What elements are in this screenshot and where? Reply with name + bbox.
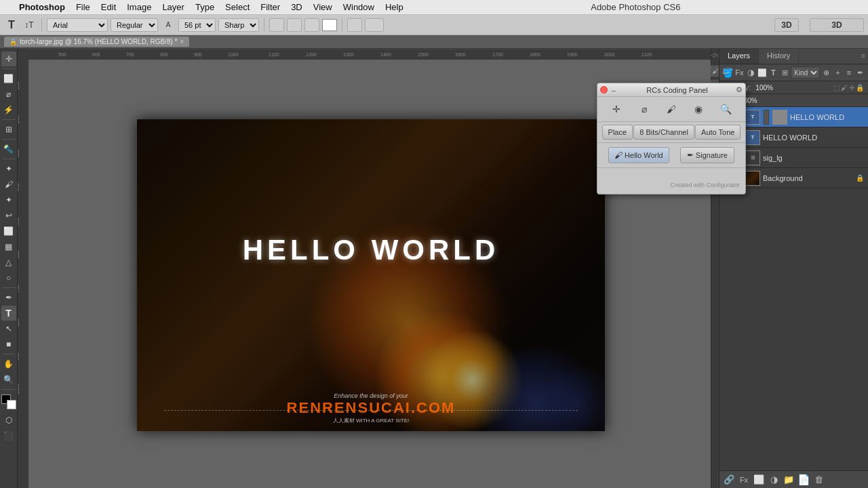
- layer-adjustment-icon[interactable]: ◑: [746, 66, 756, 79]
- eraser-tool[interactable]: ⬜: [1, 224, 16, 239]
- history-brush-tool[interactable]: ↩: [1, 208, 16, 223]
- eyedropper-tool[interactable]: 🔦: [1, 142, 16, 157]
- menu-3d[interactable]: 3D: [285, 0, 308, 15]
- link-layers-button[interactable]: 🔗: [722, 474, 736, 486]
- layer-fx-icon[interactable]: Fx: [734, 66, 745, 79]
- crop-tool[interactable]: ⊞: [1, 122, 16, 137]
- blur-tool[interactable]: △: [1, 255, 16, 270]
- rc-place-button[interactable]: Place: [602, 125, 633, 140]
- rc-auto-tone-button[interactable]: Auto Tone: [695, 125, 741, 140]
- lock-transparent-icon[interactable]: ⬚: [833, 84, 840, 92]
- layer-paint-icon[interactable]: 🪣: [722, 66, 733, 79]
- hand-tool[interactable]: ✋: [1, 357, 16, 371]
- quick-mask-button[interactable]: ⬡: [1, 413, 16, 428]
- menu-type[interactable]: Type: [190, 0, 220, 15]
- menu-filter[interactable]: Filter: [255, 0, 285, 15]
- menu-window[interactable]: Window: [338, 0, 380, 15]
- rc-lasso-icon[interactable]: ⌀: [635, 101, 654, 117]
- background-color[interactable]: [7, 400, 16, 409]
- spot-healing-tool[interactable]: ✦: [1, 161, 16, 176]
- menu-image[interactable]: Image: [121, 0, 157, 15]
- add-style-button[interactable]: Fx: [737, 474, 751, 486]
- layer-channel-icon[interactable]: ≡: [844, 66, 854, 79]
- layer-filter-icon[interactable]: ⊕: [821, 66, 831, 79]
- path-selection-tool[interactable]: ↖: [1, 321, 16, 336]
- delete-layer-button[interactable]: 🗑: [812, 474, 825, 486]
- text-color-swatch[interactable]: [322, 19, 337, 31]
- separator-1: [41, 18, 42, 32]
- align-left-button[interactable]: ≡: [269, 18, 284, 32]
- rc-icons-row: ✛ ⌀ 🖌 ◉ 🔍: [597, 97, 745, 122]
- rc-bits-button[interactable]: 8 Bits/Channel: [633, 125, 694, 140]
- document-tab[interactable]: 🔒 torch-large.jpg @ 16.7% (HELLO WORLD, …: [4, 37, 189, 47]
- svg-text:900: 900: [18, 352, 20, 361]
- quick-select-tool[interactable]: ⚡: [1, 102, 16, 117]
- menu-file[interactable]: File: [71, 0, 96, 15]
- type-tool[interactable]: T: [1, 306, 16, 321]
- svg-text:1800: 1800: [530, 52, 540, 57]
- move-tool[interactable]: ✛: [1, 52, 16, 66]
- rc-zoom-icon[interactable]: 🔍: [717, 101, 736, 117]
- rc-collapse-button[interactable]: –: [612, 86, 616, 94]
- rc-signature-button[interactable]: ✒ Signature: [680, 147, 734, 163]
- font-size-select[interactable]: 56 pt: [178, 18, 216, 32]
- gradient-tool[interactable]: ▦: [1, 239, 16, 254]
- rectangular-marquee-tool[interactable]: ⬜: [1, 71, 16, 86]
- layer-text-icon[interactable]: T: [768, 66, 778, 79]
- layer-path-icon[interactable]: ✒: [855, 66, 865, 79]
- canvas-image[interactable]: HELLO WORLD Enhance the design of your R…: [137, 119, 605, 431]
- tab-history[interactable]: History: [759, 49, 799, 64]
- layer-kind-select[interactable]: Kind: [791, 66, 820, 79]
- tab-close-button[interactable]: ×: [180, 38, 184, 45]
- text-tool-icon[interactable]: T: [4, 18, 19, 33]
- tab-layers[interactable]: Layers: [719, 49, 759, 64]
- align-right-button[interactable]: ≡: [304, 18, 319, 32]
- layer-thumb-1: T: [745, 110, 760, 125]
- zoom-tool[interactable]: 🔍: [1, 372, 16, 387]
- rc-hello-world-button[interactable]: 🖌 Hello World: [608, 147, 669, 163]
- pen-tool[interactable]: ✒: [1, 290, 16, 305]
- menu-view[interactable]: View: [308, 0, 338, 15]
- layer-smart-icon[interactable]: ⊞: [780, 66, 790, 79]
- foreground-background-colors[interactable]: [1, 394, 16, 409]
- screen-mode-button[interactable]: ⬛: [1, 428, 16, 443]
- text-orient-icon[interactable]: ↕T: [22, 18, 37, 33]
- new-layer-button[interactable]: 📄: [797, 474, 810, 486]
- separator-2: [264, 18, 264, 32]
- align-center-button[interactable]: ☰: [287, 18, 302, 32]
- clone-stamp-tool[interactable]: ✦: [1, 192, 16, 207]
- font-style-select[interactable]: Regular: [111, 18, 158, 32]
- menu-select[interactable]: Select: [220, 0, 255, 15]
- font-family-select[interactable]: Arial: [47, 18, 108, 32]
- signature-icon: ✒: [687, 150, 694, 160]
- character-panel-button[interactable]: ≣: [365, 18, 384, 32]
- brush-tool[interactable]: 🖌: [1, 177, 16, 192]
- layer-new-icon[interactable]: +: [833, 66, 843, 79]
- layer-mask-icon[interactable]: ⬜: [757, 66, 767, 79]
- menu-layer[interactable]: Layer: [157, 0, 190, 15]
- antialiasing-select[interactable]: Sharp: [218, 18, 259, 32]
- menu-photoshop[interactable]: Photoshop: [14, 0, 71, 15]
- rc-move-icon[interactable]: ✛: [607, 101, 626, 117]
- svg-text:500: 500: [58, 52, 66, 57]
- rc-curves-icon[interactable]: ◉: [689, 101, 708, 117]
- collapse-arrows-icon[interactable]: ◁◁: [712, 52, 719, 58]
- lasso-tool[interactable]: ⌀: [1, 87, 16, 102]
- menu-help[interactable]: Help: [380, 0, 409, 15]
- add-mask-button[interactable]: ⬜: [752, 474, 766, 486]
- dodge-tool[interactable]: ○: [1, 270, 16, 285]
- panel-options-button[interactable]: ≡: [859, 49, 868, 64]
- rc-close-button[interactable]: [600, 86, 608, 94]
- canvas-hello-world-text[interactable]: HELLO WORLD: [243, 234, 500, 266]
- warp-text-button[interactable]: ⌇T: [347, 18, 362, 32]
- lock-pixels-icon[interactable]: 🖌: [841, 84, 848, 92]
- lock-all-icon[interactable]: 🔒: [856, 84, 864, 92]
- menu-edit[interactable]: Edit: [96, 0, 121, 15]
- new-adjustment-button[interactable]: ◑: [767, 474, 781, 486]
- rc-brush-icon[interactable]: 🖌: [662, 101, 681, 117]
- new-group-button[interactable]: 📁: [782, 474, 795, 486]
- shape-tool[interactable]: ■: [1, 337, 16, 352]
- lock-position-icon[interactable]: ✛: [849, 84, 854, 92]
- layer-thumb-3: ⊞: [745, 150, 760, 165]
- rc-gear-button[interactable]: ⚙: [736, 85, 743, 94]
